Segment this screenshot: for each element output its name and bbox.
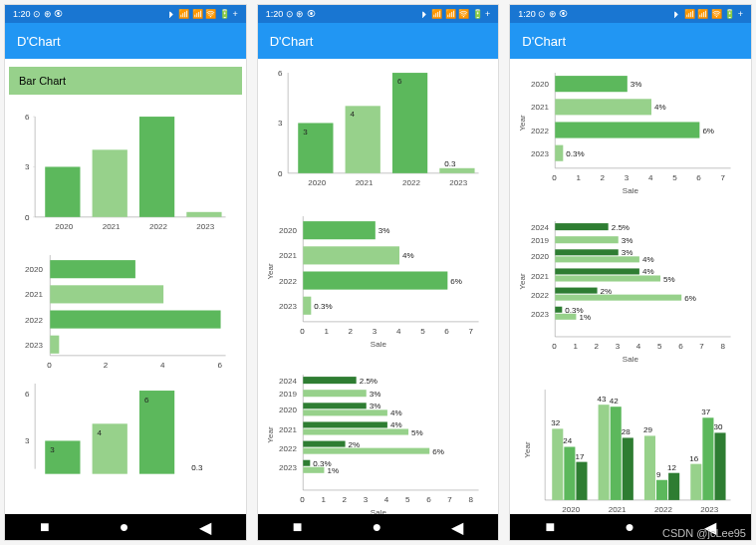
svg-text:6%: 6%	[685, 294, 697, 303]
svg-text:2022: 2022	[25, 316, 43, 325]
svg-rect-47	[392, 73, 427, 173]
chart-vertical-labeled-partial: 6 3 3 4 6 0.3	[15, 384, 236, 474]
svg-rect-59	[303, 221, 376, 239]
nav-home-icon[interactable]: ●	[120, 518, 129, 536]
svg-text:1%: 1%	[327, 466, 339, 475]
svg-text:0: 0	[47, 361, 52, 370]
svg-text:0: 0	[300, 495, 305, 504]
chart-vertical-grouped: 32 24 17 43 42 28 29 9 12 16 37 30 2020 …	[520, 380, 741, 514]
svg-rect-189	[577, 462, 588, 500]
svg-rect-154	[556, 268, 640, 274]
svg-rect-89	[303, 409, 387, 415]
svg-text:2021: 2021	[609, 505, 627, 514]
svg-rect-146	[556, 223, 609, 230]
svg-text:4%: 4%	[390, 421, 402, 430]
nav-back-icon[interactable]: ◀	[451, 518, 463, 537]
svg-rect-164	[556, 314, 577, 320]
svg-text:6: 6	[25, 113, 30, 122]
svg-text:2023: 2023	[531, 310, 549, 319]
svg-rect-8	[45, 166, 80, 216]
chart-horizontal-labeled-pct: 3% 4% 6% 0.3% 2020 2021 2022 2023 012 34…	[268, 206, 489, 357]
svg-text:4: 4	[350, 110, 355, 119]
svg-text:2020: 2020	[308, 178, 326, 187]
svg-text:3%: 3%	[622, 248, 633, 257]
svg-text:4%: 4%	[390, 409, 402, 418]
svg-rect-61	[303, 272, 447, 290]
svg-rect-187	[565, 447, 576, 500]
svg-text:12: 12	[667, 463, 676, 472]
svg-text:6%: 6%	[450, 277, 462, 286]
svg-text:2022: 2022	[531, 127, 549, 136]
nav-recent-icon[interactable]: ■	[545, 518, 555, 536]
svg-text:Sale: Sale	[370, 508, 386, 514]
svg-text:2024: 2024	[279, 377, 297, 386]
svg-text:2023: 2023	[701, 505, 719, 514]
svg-text:4%: 4%	[642, 268, 654, 277]
svg-text:2020: 2020	[279, 226, 297, 235]
nav-recent-icon[interactable]: ■	[40, 518, 50, 536]
svg-text:4: 4	[648, 173, 653, 182]
svg-rect-20	[50, 310, 220, 328]
svg-text:16: 16	[690, 454, 699, 463]
svg-rect-205	[703, 418, 714, 501]
nav-home-icon[interactable]: ●	[373, 518, 382, 536]
svg-text:Sale: Sale	[370, 340, 386, 349]
svg-text:2022: 2022	[654, 505, 672, 514]
svg-rect-148	[556, 236, 619, 243]
nav-home-icon[interactable]: ●	[625, 518, 634, 536]
svg-text:32: 32	[552, 419, 561, 428]
svg-rect-126	[556, 122, 700, 137]
svg-rect-95	[303, 441, 345, 447]
svg-text:Sale: Sale	[623, 186, 639, 195]
svg-text:1: 1	[574, 342, 579, 351]
svg-text:8: 8	[721, 342, 726, 351]
svg-text:3: 3	[372, 327, 377, 336]
svg-text:3%: 3%	[369, 402, 380, 410]
svg-rect-193	[611, 407, 622, 500]
svg-text:5%: 5%	[663, 275, 675, 284]
svg-text:3%: 3%	[630, 80, 642, 89]
svg-text:1: 1	[321, 495, 326, 504]
svg-text:2020: 2020	[531, 252, 549, 261]
svg-text:0.3: 0.3	[444, 159, 456, 168]
svg-text:0: 0	[553, 173, 558, 182]
svg-text:2022: 2022	[149, 222, 167, 231]
chart-type-chip: Bar Chart	[9, 67, 242, 95]
svg-rect-191	[599, 405, 610, 500]
svg-text:4: 4	[98, 428, 103, 437]
svg-text:6: 6	[679, 342, 684, 351]
svg-text:8: 8	[468, 495, 473, 504]
svg-text:2021: 2021	[279, 251, 297, 260]
status-bar: 1:20 ⊙ ⊛ ⦿ ⏵ 📶 📶 🛜 🔋 +	[258, 5, 499, 23]
svg-text:2022: 2022	[402, 178, 420, 187]
svg-rect-9	[93, 149, 127, 217]
svg-text:6: 6	[426, 495, 431, 504]
svg-rect-128	[556, 145, 564, 161]
svg-text:4%: 4%	[654, 103, 666, 112]
nav-recent-icon[interactable]: ■	[293, 518, 303, 536]
svg-text:7: 7	[447, 495, 452, 504]
svg-rect-93	[303, 429, 408, 435]
svg-text:2: 2	[595, 342, 600, 351]
svg-text:2019: 2019	[531, 236, 549, 245]
svg-text:6: 6	[278, 69, 283, 78]
svg-rect-195	[623, 438, 633, 500]
svg-text:2021: 2021	[531, 103, 549, 112]
svg-text:9: 9	[656, 470, 661, 479]
svg-rect-91	[303, 422, 387, 428]
svg-text:6%: 6%	[703, 127, 715, 136]
svg-text:4: 4	[396, 327, 401, 336]
svg-rect-150	[556, 249, 619, 255]
svg-text:5: 5	[657, 342, 662, 351]
svg-text:6: 6	[397, 77, 402, 86]
svg-text:6: 6	[444, 327, 449, 336]
svg-text:24: 24	[564, 437, 573, 446]
svg-rect-99	[303, 460, 310, 466]
svg-text:2: 2	[601, 173, 606, 182]
nav-back-icon[interactable]: ◀	[199, 518, 211, 537]
svg-text:3: 3	[303, 128, 308, 136]
svg-text:2020: 2020	[563, 505, 581, 514]
svg-text:2: 2	[348, 327, 353, 336]
svg-text:3%: 3%	[378, 226, 390, 235]
svg-text:2021: 2021	[355, 178, 373, 187]
